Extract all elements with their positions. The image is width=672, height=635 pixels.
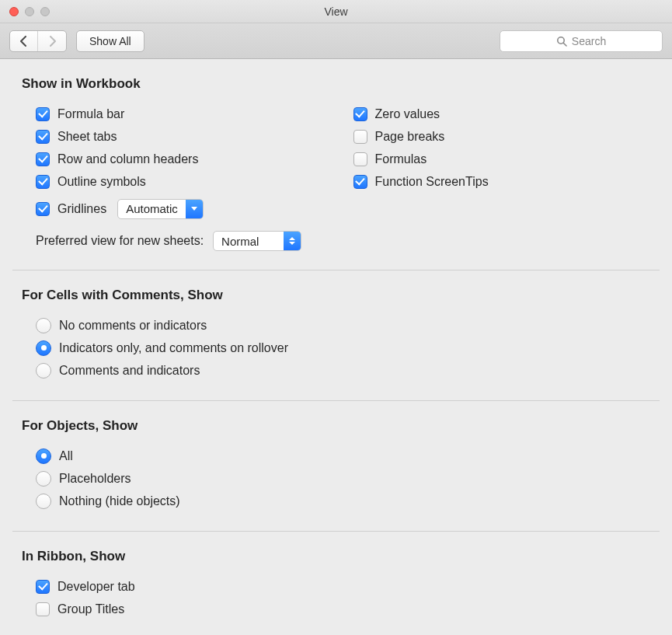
checkbox-function-screentips[interactable]: Function ScreenTips: [339, 170, 651, 193]
titlebar: View: [0, 0, 672, 23]
radio-objects-all[interactable]: All: [22, 445, 650, 467]
radio-label: All: [59, 449, 73, 463]
section-title: For Objects, Show: [22, 418, 650, 434]
checkbox-icon: [353, 130, 367, 144]
checkbox-icon: [36, 107, 50, 121]
checkbox-label: Sheet tabs: [57, 130, 117, 144]
radio-objects-placeholders[interactable]: Placeholders: [22, 467, 650, 490]
checkbox-gridlines[interactable]: Gridlines Automatic: [22, 197, 333, 220]
checkbox-label: Row and column headers: [57, 152, 198, 166]
checkbox-outline-symbols[interactable]: Outline symbols: [22, 170, 333, 193]
section-title: Show in Workbook: [22, 76, 650, 92]
radio-no-comments[interactable]: No comments or indicators: [22, 314, 650, 337]
radio-comments-indicators[interactable]: Comments and indicators: [22, 359, 650, 382]
chevron-right-icon: [47, 36, 57, 47]
preferred-view-select[interactable]: Normal: [213, 231, 301, 251]
checkbox-label: Formulas: [375, 152, 427, 166]
forward-button[interactable]: [38, 31, 66, 51]
checkbox-icon: [36, 202, 50, 216]
select-value: Automatic: [118, 202, 186, 215]
radio-icon: [36, 363, 51, 379]
checkbox-zero-values[interactable]: Zero values: [339, 103, 651, 125]
radio-label: Placeholders: [59, 472, 131, 486]
radio-label: Indicators only, and comments on rollove…: [59, 341, 288, 355]
radio-label: Comments and indicators: [59, 364, 200, 378]
section-show-in-workbook: Show in Workbook Formula bar Sheet tabs …: [12, 59, 660, 270]
checkbox-developer-tab[interactable]: Developer tab: [22, 575, 650, 598]
zoom-window-button[interactable]: [40, 7, 50, 16]
checkbox-label: Zero values: [375, 107, 440, 121]
window-title: View: [0, 5, 672, 18]
section-comments: For Cells with Comments, Show No comment…: [12, 270, 660, 400]
traffic-lights: [0, 7, 50, 16]
checkbox-group-titles[interactable]: Group Titles: [22, 598, 650, 620]
checkbox-label: Group Titles: [57, 602, 124, 616]
section-objects: For Objects, Show All Placeholders Nothi…: [12, 400, 660, 531]
radio-indicators-rollover[interactable]: Indicators only, and comments on rollove…: [22, 337, 650, 359]
checkbox-label: Page breaks: [375, 130, 445, 144]
checkbox-icon: [353, 107, 367, 121]
checkbox-sheet-tabs[interactable]: Sheet tabs: [22, 125, 333, 148]
checkbox-icon: [36, 130, 50, 144]
minimize-window-button[interactable]: [25, 7, 34, 16]
radio-objects-nothing[interactable]: Nothing (hide objects): [22, 490, 650, 512]
checkbox-icon: [36, 175, 50, 189]
search-field[interactable]: Search: [500, 30, 663, 52]
checkbox-icon: [353, 175, 367, 189]
radio-icon: [36, 318, 51, 333]
checkbox-icon: [36, 152, 50, 166]
radio-icon: [36, 494, 51, 509]
checkbox-icon: [353, 152, 367, 166]
checkbox-label: Outline symbols: [57, 175, 146, 189]
preferred-view-label: Preferred view for new sheets:: [36, 234, 204, 248]
checkbox-label: Gridlines: [57, 202, 106, 216]
checkbox-formulas[interactable]: Formulas: [339, 148, 651, 170]
back-button[interactable]: [10, 31, 38, 51]
radio-icon: [36, 340, 51, 356]
chevron-updown-icon: [284, 232, 301, 250]
checkbox-icon: [36, 602, 50, 616]
toolbar: Show All Search: [0, 23, 672, 59]
chevron-down-icon: [186, 200, 203, 218]
checkbox-formula-bar[interactable]: Formula bar: [22, 103, 333, 125]
radio-icon: [36, 471, 51, 487]
section-title: In Ribbon, Show: [22, 549, 650, 564]
chevron-left-icon: [19, 36, 29, 47]
checkbox-label: Developer tab: [57, 580, 135, 594]
checkbox-row-col-headers[interactable]: Row and column headers: [22, 148, 333, 170]
checkbox-label: Formula bar: [57, 107, 124, 121]
checkbox-icon: [36, 580, 50, 594]
close-window-button[interactable]: [9, 7, 19, 16]
search-placeholder: Search: [572, 35, 606, 47]
search-icon: [556, 36, 567, 47]
nav-segmented: [9, 30, 67, 52]
gridlines-color-select[interactable]: Automatic: [117, 199, 204, 219]
select-value: Normal: [214, 235, 284, 248]
section-ribbon: In Ribbon, Show Developer tab Group Titl…: [12, 531, 660, 635]
svg-line-1: [563, 43, 566, 46]
section-title: For Cells with Comments, Show: [22, 288, 650, 303]
content: Show in Workbook Formula bar Sheet tabs …: [0, 59, 672, 635]
preferred-view-row: Preferred view for new sheets: Normal: [22, 231, 650, 251]
radio-label: Nothing (hide objects): [59, 494, 180, 508]
show-all-button[interactable]: Show All: [76, 30, 144, 52]
radio-icon: [36, 448, 51, 464]
checkbox-page-breaks[interactable]: Page breaks: [339, 125, 651, 148]
checkbox-label: Function ScreenTips: [375, 175, 489, 189]
radio-label: No comments or indicators: [59, 319, 207, 333]
